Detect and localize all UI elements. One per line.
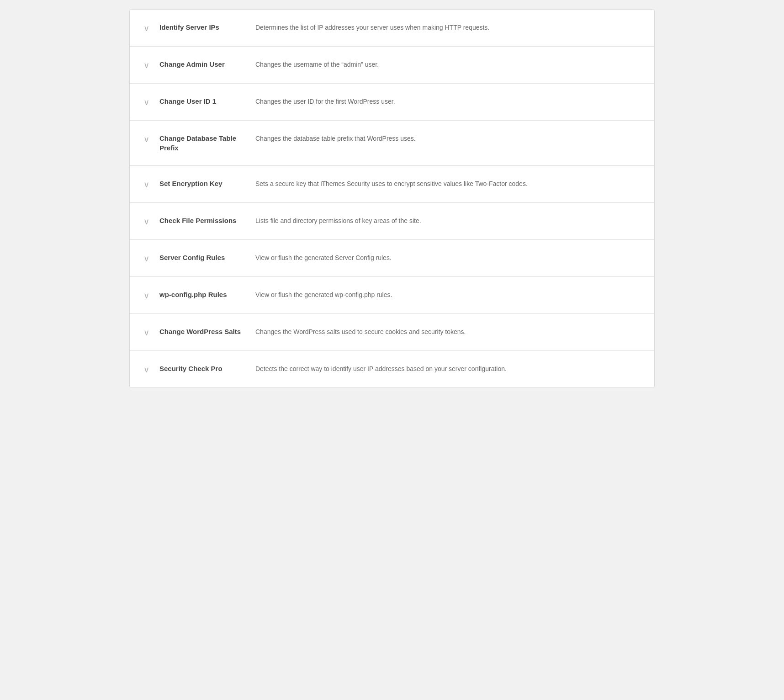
item-content: Server Config Rules View or flush the ge… (159, 253, 641, 263)
accordion-item-set-encryption-key[interactable]: ∨ Set Encryption Key Sets a secure key t… (130, 166, 654, 203)
item-content: wp-config.php Rules View or flush the ge… (159, 290, 641, 300)
accordion-item-change-admin-user[interactable]: ∨ Change Admin User Changes the username… (130, 47, 654, 84)
accordion-item-change-database-table-prefix[interactable]: ∨ Change Database Table Prefix Changes t… (130, 121, 654, 166)
item-content: Change Admin User Changes the username o… (159, 59, 641, 69)
item-description: Determines the list of IP addresses your… (255, 22, 641, 32)
item-description: View or flush the generated Server Confi… (255, 253, 641, 263)
item-content: Check File Permissions Lists file and di… (159, 216, 641, 226)
chevron-down-icon: ∨ (143, 328, 149, 338)
item-title: Check File Permissions (159, 216, 255, 225)
item-content: Identify Server IPs Determines the list … (159, 22, 641, 32)
item-content: Change User ID 1 Changes the user ID for… (159, 96, 641, 106)
item-content: Change Database Table Prefix Changes the… (159, 133, 641, 153)
item-description: Sets a secure key that iThemes Security … (255, 179, 641, 189)
accordion-item-identify-server-ips[interactable]: ∨ Identify Server IPs Determines the lis… (130, 10, 654, 47)
accordion-item-wp-config-php-rules[interactable]: ∨ wp-config.php Rules View or flush the … (130, 277, 654, 314)
chevron-down-icon: ∨ (143, 217, 149, 227)
item-description: Changes the username of the “admin” user… (255, 59, 641, 69)
accordion-item-change-user-id-1[interactable]: ∨ Change User ID 1 Changes the user ID f… (130, 84, 654, 121)
chevron-down-icon: ∨ (143, 60, 149, 70)
item-title: Identify Server IPs (159, 22, 255, 32)
chevron-down-icon: ∨ (143, 23, 149, 33)
item-content: Security Check Pro Detects the correct w… (159, 364, 641, 374)
item-description: View or flush the generated wp-config.ph… (255, 290, 641, 300)
item-title: Change WordPress Salts (159, 327, 255, 336)
item-content: Set Encryption Key Sets a secure key tha… (159, 179, 641, 189)
item-description: Detects the correct way to identify user… (255, 364, 641, 374)
accordion-item-check-file-permissions[interactable]: ∨ Check File Permissions Lists file and … (130, 203, 654, 240)
item-content: Change WordPress Salts Changes the WordP… (159, 327, 641, 337)
accordion-container: ∨ Identify Server IPs Determines the lis… (129, 9, 655, 388)
item-description: Changes the WordPress salts used to secu… (255, 327, 641, 337)
item-title: Server Config Rules (159, 253, 255, 262)
item-description: Lists file and directory permissions of … (255, 216, 641, 226)
item-title: Change Database Table Prefix (159, 133, 255, 153)
chevron-down-icon: ∨ (143, 291, 149, 301)
chevron-down-icon: ∨ (143, 180, 149, 190)
item-title: Change User ID 1 (159, 96, 255, 106)
accordion-item-server-config-rules[interactable]: ∨ Server Config Rules View or flush the … (130, 240, 654, 277)
item-title: Security Check Pro (159, 364, 255, 373)
chevron-down-icon: ∨ (143, 254, 149, 264)
item-description: Changes the database table prefix that W… (255, 133, 641, 143)
item-description: Changes the user ID for the first WordPr… (255, 96, 641, 106)
chevron-down-icon: ∨ (143, 97, 149, 107)
item-title: Set Encryption Key (159, 179, 255, 188)
accordion-item-change-wordpress-salts[interactable]: ∨ Change WordPress Salts Changes the Wor… (130, 314, 654, 351)
item-title: wp-config.php Rules (159, 290, 255, 299)
accordion-item-security-check-pro[interactable]: ∨ Security Check Pro Detects the correct… (130, 351, 654, 387)
chevron-down-icon: ∨ (143, 365, 149, 375)
chevron-down-icon: ∨ (143, 134, 149, 144)
item-title: Change Admin User (159, 59, 255, 69)
